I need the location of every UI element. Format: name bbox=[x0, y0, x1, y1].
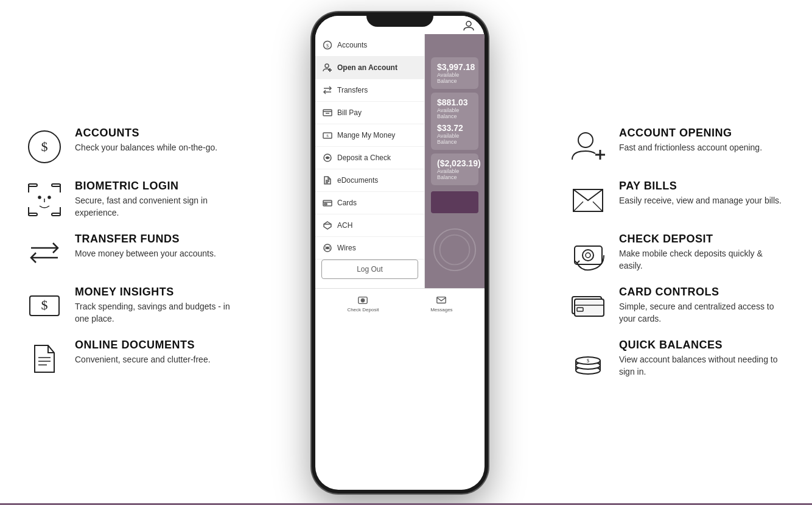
svg-rect-50 bbox=[437, 297, 446, 303]
account-card-1: $3,997.18 Available Balance bbox=[431, 57, 478, 89]
menu-label-manage-money: Mange My Money bbox=[337, 131, 395, 139]
feature-transfers: TRANSFER FUNDS Move money between your a… bbox=[24, 233, 231, 272]
svg-point-58 bbox=[586, 253, 590, 258]
feature-check-deposit: CHECK DEPOSIT Make mobile check deposits… bbox=[569, 233, 788, 272]
feature-pay-bills: PAY BILLS Easily receive, view and manag… bbox=[569, 180, 788, 219]
money-insights-desc: Track spending, savings and budgets - in… bbox=[75, 301, 231, 325]
svg-point-44 bbox=[327, 247, 329, 249]
accounts-title: ACCOUNTS bbox=[75, 127, 217, 139]
svg-marker-41 bbox=[324, 222, 331, 229]
quick-balances-text: QUICK BALANCES View account balances wit… bbox=[619, 339, 788, 378]
online-docs-title: ONLINE DOCUMENTS bbox=[75, 339, 211, 351]
card-controls-desc: Simple, secure and centralized access to… bbox=[619, 301, 788, 325]
menu-label-ach: ACH bbox=[337, 221, 352, 230]
svg-rect-28 bbox=[323, 110, 332, 116]
menu-label-cards: Cards bbox=[337, 199, 357, 207]
transfers-text: TRANSFER FUNDS Move money between your a… bbox=[75, 233, 216, 260]
menu-label-accounts: Accounts bbox=[337, 41, 367, 49]
svg-point-10 bbox=[38, 196, 41, 199]
feature-biometric: BIOMETRIC LOGIN Secure, fast and conveni… bbox=[24, 180, 231, 219]
online-docs-desc: Convenient, secure and clutter-free. bbox=[75, 354, 211, 366]
check-deposit-title: CHECK DEPOSIT bbox=[619, 233, 788, 245]
svg-line-55 bbox=[593, 202, 603, 211]
check-deposit-text: CHECK DEPOSIT Make mobile check deposits… bbox=[619, 233, 788, 272]
svg-rect-40 bbox=[324, 203, 327, 205]
menu-item-edocuments[interactable]: eDocuments bbox=[315, 169, 424, 192]
pay-bills-desc: Easily receive, view and manage your bil… bbox=[619, 195, 782, 207]
svg-line-54 bbox=[573, 202, 583, 211]
svg-rect-2 bbox=[29, 184, 37, 186]
account-amount-2b: $33.72 bbox=[437, 123, 472, 133]
menu-item-deposit-check[interactable]: Deposit a Check bbox=[315, 147, 424, 169]
purple-action-bar bbox=[431, 191, 478, 213]
bottom-nav-messages-label: Messages bbox=[430, 307, 452, 313]
account-opening-icon bbox=[569, 127, 608, 166]
page-wrapper: $ ACCOUNTS Check your balances while on-… bbox=[0, 0, 812, 505]
svg-point-49 bbox=[362, 299, 364, 301]
transfer-arrows-icon bbox=[24, 233, 64, 272]
menu-panel: $ Accounts Open an Account Transfers bbox=[315, 34, 425, 288]
account-label-3: Available Balance bbox=[437, 168, 472, 180]
log-out-button[interactable]: Log Out bbox=[321, 260, 418, 279]
face-id-icon bbox=[24, 180, 64, 219]
phone-mockup: $ Accounts Open an Account Transfers bbox=[312, 12, 488, 493]
menu-item-accounts[interactable]: $ Accounts bbox=[315, 34, 424, 57]
menu-item-transfers[interactable]: Transfers bbox=[315, 79, 424, 102]
bottom-nav-messages[interactable]: Messages bbox=[430, 295, 452, 313]
menu-item-open-account[interactable]: Open an Account bbox=[315, 57, 424, 79]
pay-bills-icon bbox=[569, 180, 608, 219]
svg-rect-4 bbox=[52, 184, 60, 186]
document-icon bbox=[24, 339, 64, 378]
svg-rect-3 bbox=[29, 213, 37, 216]
feature-quick-balances: $ QUICK BALANCES View account balances w… bbox=[569, 339, 788, 378]
quick-balances-icon: $ bbox=[569, 339, 608, 378]
card-controls-title: CARD CONTROLS bbox=[619, 286, 788, 298]
svg-text:$: $ bbox=[326, 133, 329, 138]
svg-point-46 bbox=[440, 235, 470, 265]
feature-money-insights: $ MONEY INSIGHTS Track spending, savings… bbox=[24, 286, 231, 325]
account-label-2b: Available Balance bbox=[437, 133, 472, 145]
menu-item-cards[interactable]: Cards bbox=[315, 192, 424, 214]
svg-text:$: $ bbox=[41, 139, 47, 154]
dollar-box-icon: $ bbox=[24, 286, 64, 325]
svg-point-23 bbox=[325, 64, 329, 68]
bottom-nav-check-deposit[interactable]: Check Deposit bbox=[347, 295, 379, 313]
phone-notch bbox=[366, 12, 433, 27]
svg-text:$: $ bbox=[587, 358, 589, 364]
svg-point-11 bbox=[48, 196, 51, 199]
feature-online-docs: ONLINE DOCUMENTS Convenient, secure and … bbox=[24, 339, 231, 378]
left-features: $ ACCOUNTS Check your balances while on-… bbox=[24, 127, 231, 378]
account-amount-3: ($2,023.19) bbox=[437, 158, 472, 168]
phone-main-content: $ Accounts Open an Account Transfers bbox=[315, 34, 485, 288]
card-controls-text: CARD CONTROLS Simple, secure and central… bbox=[619, 286, 788, 325]
quick-balances-title: QUICK BALANCES bbox=[619, 339, 788, 351]
svg-text:$: $ bbox=[41, 297, 47, 313]
menu-label-transfers: Transfers bbox=[337, 86, 368, 94]
phone-screen: $ Accounts Open an Account Transfers bbox=[315, 16, 485, 490]
pay-bills-title: PAY BILLS bbox=[619, 180, 782, 192]
svg-point-20 bbox=[466, 21, 471, 26]
biometric-desc: Secure, fast and convenient sign in expe… bbox=[75, 195, 231, 219]
menu-item-wires[interactable]: Wires bbox=[315, 237, 424, 260]
phone-frame: $ Accounts Open an Account Transfers bbox=[312, 12, 488, 493]
transfers-title: TRANSFER FUNDS bbox=[75, 233, 216, 245]
bottom-nav-check-deposit-label: Check Deposit bbox=[347, 307, 379, 313]
pay-bills-text: PAY BILLS Easily receive, view and manag… bbox=[619, 180, 782, 207]
accounts-panel: $3,997.18 Available Balance $881.03 Avai… bbox=[425, 34, 485, 288]
menu-label-edocuments: eDocuments bbox=[337, 176, 378, 185]
account-card-3: ($2,023.19) Available Balance bbox=[431, 154, 478, 185]
menu-item-bill-pay[interactable]: Bill Pay bbox=[315, 102, 424, 124]
account-opening-text: ACCOUNT OPENING Fast and frictionless ac… bbox=[619, 127, 762, 154]
menu-label-open-account: Open an Account bbox=[337, 63, 397, 72]
money-insights-title: MONEY INSIGHTS bbox=[75, 286, 231, 298]
menu-item-manage-money[interactable]: $ Mange My Money bbox=[315, 124, 424, 147]
biometric-text: BIOMETRIC LOGIN Secure, fast and conveni… bbox=[75, 180, 231, 219]
account-card-2: $881.03 Available Balance $33.72 Availab… bbox=[431, 93, 478, 150]
account-amount-2: $881.03 bbox=[437, 97, 472, 107]
svg-point-57 bbox=[583, 250, 593, 261]
accounts-desc: Check your balances while on-the-go. bbox=[75, 142, 217, 154]
menu-label-wires: Wires bbox=[337, 244, 356, 252]
menu-item-ach[interactable]: ACH bbox=[315, 214, 424, 237]
feature-card-controls: CARD CONTROLS Simple, secure and central… bbox=[569, 286, 788, 325]
account-amount-1: $3,997.18 bbox=[437, 62, 472, 72]
